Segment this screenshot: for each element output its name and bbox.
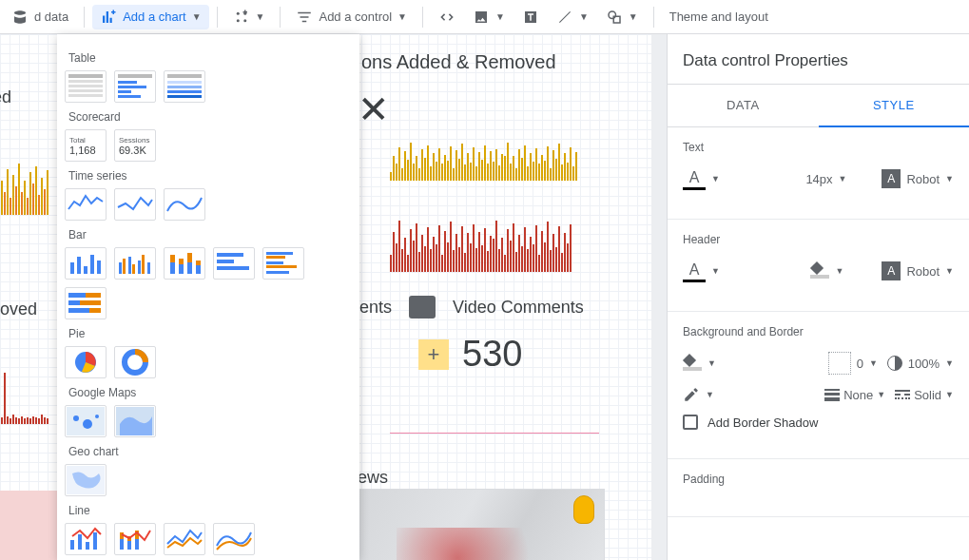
svg-rect-66 xyxy=(93,532,97,550)
chart-thumb-hbar-stacked[interactable] xyxy=(65,287,107,319)
panel-title: Data control Properties xyxy=(668,34,969,85)
embed-button[interactable] xyxy=(431,5,463,29)
svg-rect-46 xyxy=(266,261,283,264)
flat-line-chart xyxy=(390,418,599,434)
chevron-down-icon: ▼ xyxy=(945,266,954,276)
chart-thumb-combo[interactable] xyxy=(65,523,107,555)
header-font-family-select[interactable]: ARobot▼ xyxy=(882,261,954,280)
chart-thumb-timeseries-spark[interactable] xyxy=(114,188,156,221)
scorecard-row: ents Video Comments xyxy=(359,296,584,319)
theme-layout-button[interactable]: Theme and layout xyxy=(662,6,776,28)
add-control-label: Add a control xyxy=(319,10,392,24)
chart-thumb-timeseries[interactable] xyxy=(65,188,107,221)
svg-rect-32 xyxy=(147,262,150,274)
svg-rect-65 xyxy=(86,542,89,550)
panel-body: Text A▼ 14px▼ ARobot▼ Header A▼ ▼ ARobot… xyxy=(668,127,969,560)
add-control-button[interactable]: Add a control ▼ xyxy=(288,5,415,29)
chart-thumb-combo-stacked[interactable] xyxy=(114,523,156,555)
opacity-select[interactable]: 100%▼ xyxy=(887,356,954,371)
dd-section-table: Table xyxy=(68,51,348,65)
chevron-down-icon: ▼ xyxy=(629,11,638,22)
chart-thumb-scorecard-compact[interactable]: Sessions69.3K xyxy=(114,129,156,162)
add-chart-dropdown[interactable]: Table Scorecard Total1,168 Sessions69.3K… xyxy=(57,34,359,560)
chart-thumb-table-heat[interactable] xyxy=(164,70,205,103)
pencil-icon xyxy=(683,386,700,403)
add-data-button[interactable]: d data xyxy=(4,5,76,29)
chart-thumb-scorecard[interactable]: Total1,168 xyxy=(65,129,107,162)
text-icon xyxy=(522,9,539,26)
chart-thumb-hbar[interactable] xyxy=(213,247,255,280)
border-shadow-checkbox[interactable] xyxy=(683,415,698,430)
border-color-picker[interactable]: ▼ xyxy=(683,386,714,403)
svg-rect-18 xyxy=(167,86,202,88)
border-weight-select[interactable]: None▼ xyxy=(824,388,885,402)
scorecard-label: Sessions xyxy=(119,136,151,145)
svg-rect-27 xyxy=(123,259,126,274)
chart-thumb-donut[interactable] xyxy=(114,346,156,378)
svg-rect-16 xyxy=(167,74,202,78)
chart-thumb-bar[interactable] xyxy=(65,247,107,280)
svg-rect-21 xyxy=(70,262,74,274)
chart-thumb-table[interactable] xyxy=(65,70,107,103)
chart-title-fragment: oved xyxy=(0,299,37,319)
svg-rect-64 xyxy=(78,534,82,550)
tab-style[interactable]: STYLE xyxy=(819,85,970,127)
add-chart-button[interactable]: Add a chart ▼ xyxy=(92,5,208,29)
line-button[interactable]: ▼ xyxy=(549,5,596,29)
chart-thumb-bar-stacked[interactable] xyxy=(164,247,205,280)
chart-thumb-gmap-filled[interactable] xyxy=(114,405,156,437)
svg-rect-26 xyxy=(119,262,122,274)
bg-fill-picker[interactable]: ▼ xyxy=(683,356,716,371)
close-icon[interactable]: ✕ xyxy=(358,87,390,131)
image-icon xyxy=(473,9,490,26)
border-radius-icon xyxy=(828,352,851,375)
filter-icon xyxy=(296,9,313,26)
image-button[interactable]: ▼ xyxy=(465,5,513,29)
chart-thumb-bar-grouped[interactable] xyxy=(114,247,156,280)
community-viz-button[interactable]: ▼ xyxy=(225,5,273,29)
chevron-down-icon: ▼ xyxy=(579,11,589,22)
chart-thumb-pie[interactable] xyxy=(65,346,107,378)
svg-rect-34 xyxy=(170,255,175,262)
svg-point-3 xyxy=(243,19,246,22)
svg-rect-19 xyxy=(167,90,202,93)
chart-thumb-hbar-grouped[interactable] xyxy=(262,247,304,280)
border-style-select[interactable]: Solid▼ xyxy=(895,388,954,402)
border-radius-select[interactable]: 0▼ xyxy=(828,352,878,375)
chart-thumb-line-multi[interactable] xyxy=(164,523,205,555)
chart-thumb-table-bars[interactable] xyxy=(114,70,156,103)
header-font-color-picker[interactable]: A▼ xyxy=(683,260,720,282)
chart-thumb-gmap-bubble[interactable] xyxy=(65,405,107,437)
dd-section-pie: Pie xyxy=(68,327,348,340)
svg-rect-15 xyxy=(118,95,141,98)
svg-rect-54 xyxy=(89,308,101,313)
svg-rect-48 xyxy=(266,271,289,274)
svg-rect-20 xyxy=(167,95,202,98)
svg-point-0 xyxy=(236,11,239,14)
shape-icon xyxy=(606,9,623,26)
font-color-picker[interactable]: A▼ xyxy=(683,167,720,190)
font-size-select[interactable]: 14px▼ xyxy=(805,172,872,186)
font-family-select[interactable]: ARobot▼ xyxy=(882,169,954,188)
svg-rect-36 xyxy=(179,259,184,264)
svg-rect-29 xyxy=(132,264,135,274)
text-button[interactable] xyxy=(514,5,547,29)
community-icon xyxy=(233,9,250,26)
section-bg-border: Background and Border ▼ 0▼ 100%▼ ▼ None▼… xyxy=(668,312,969,459)
svg-rect-38 xyxy=(187,253,192,262)
svg-rect-23 xyxy=(84,266,87,274)
svg-rect-40 xyxy=(196,261,201,265)
panel-tabs: DATA STYLE xyxy=(668,85,969,127)
chart-thumb-timeseries-smooth[interactable] xyxy=(164,188,205,221)
video-comments-label: Video Comments xyxy=(453,298,584,318)
tab-data[interactable]: DATA xyxy=(668,85,819,126)
shape-button[interactable]: ▼ xyxy=(598,5,646,29)
chart-thumb-geo[interactable] xyxy=(65,464,107,496)
plus-icon[interactable]: + xyxy=(418,339,449,370)
comments-label: ents xyxy=(359,298,392,318)
chart-thumb-line-smooth[interactable] xyxy=(213,523,255,555)
header-fill-picker[interactable]: ▼ xyxy=(810,263,843,279)
pegman-icon[interactable] xyxy=(573,495,594,524)
chevron-down-icon: ▼ xyxy=(706,390,714,399)
google-map[interactable]: + xyxy=(358,489,605,560)
